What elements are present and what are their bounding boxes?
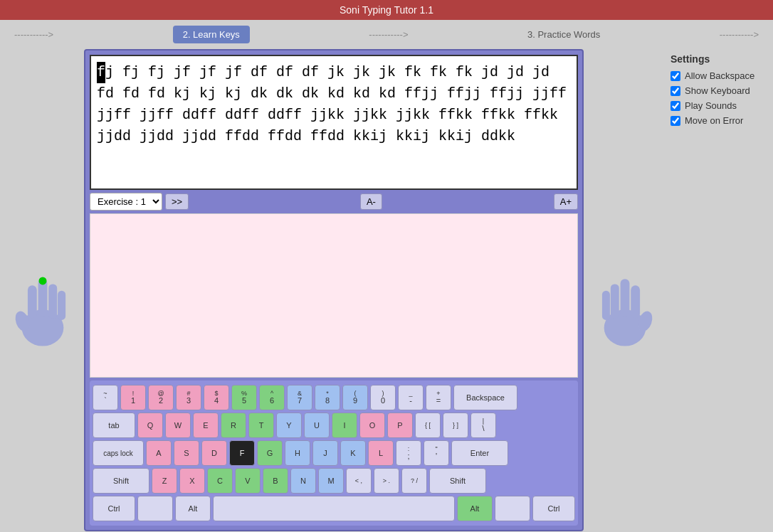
exercise-select[interactable]: Exercise : 1 (90, 193, 162, 211)
nav-arrow-3: -----------> (720, 29, 759, 40)
key-win-right[interactable] (495, 496, 530, 521)
key-rbracket[interactable]: } ] (443, 413, 468, 438)
key-d[interactable]: D (201, 440, 227, 466)
play-sounds-label: Play Sounds (685, 100, 737, 111)
exercise-bar: Exercise : 1 >> A- A+ (90, 193, 578, 211)
key-7[interactable]: &7 (287, 385, 312, 410)
key-tab[interactable]: tab (93, 413, 135, 438)
key-a[interactable]: A (146, 440, 172, 466)
key-quote[interactable]: "' (424, 440, 449, 466)
key-0[interactable]: )0 (370, 385, 396, 410)
key-1[interactable]: !1 (120, 385, 146, 410)
key-row-3: caps lock A S D F G H J K L :; "' Enter (93, 440, 575, 466)
font-decrease-button[interactable]: A- (360, 193, 382, 210)
key-q[interactable]: Q (137, 413, 163, 438)
key-9[interactable]: (9 (342, 385, 368, 410)
key-period[interactable]: > . (374, 468, 399, 494)
key-s[interactable]: S (174, 440, 199, 466)
key-space[interactable] (213, 496, 455, 521)
allow-backspace-label: Allow Backspace (685, 70, 754, 81)
key-comma[interactable]: < , (346, 468, 372, 494)
svg-rect-4 (48, 284, 57, 319)
svg-rect-10 (611, 284, 619, 319)
typing-input[interactable] (95, 218, 573, 373)
key-v[interactable]: V (235, 468, 261, 494)
show-keyboard-checkbox[interactable] (671, 86, 680, 96)
key-8[interactable]: *8 (315, 385, 340, 410)
nav-step-3[interactable]: 3. Practice Words (527, 29, 600, 40)
key-lbracket[interactable]: { [ (415, 413, 441, 438)
key-ctrl-right[interactable]: Ctrl (532, 496, 575, 521)
key-capslock[interactable]: caps lock (93, 440, 144, 466)
key-x[interactable]: X (179, 468, 205, 494)
move-on-error-checkbox[interactable] (671, 116, 680, 126)
key-backspace[interactable]: Backspace (453, 385, 517, 410)
app-title: Soni Typing Tutor 1.1 (340, 4, 433, 16)
key-f[interactable]: F (229, 440, 255, 466)
move-on-error-label: Move on Error (685, 115, 743, 126)
key-y[interactable]: Y (276, 413, 302, 438)
key-shift-right[interactable]: Shift (429, 468, 486, 494)
key-l[interactable]: L (368, 440, 394, 466)
key-alt-left[interactable]: Alt (175, 496, 211, 521)
nav-step-2[interactable]: 2. Learn Keys (173, 26, 250, 43)
left-hand (7, 92, 78, 531)
key-b[interactable]: B (263, 468, 288, 494)
key-n[interactable]: N (290, 468, 316, 494)
font-increase-button[interactable]: A+ (554, 193, 578, 210)
nav-arrow-2: -----------> (369, 29, 408, 40)
key-row-1: ~` !1 @2 #3 $4 %5 ^6 &7 *8 (9 )0 _- += B… (93, 385, 575, 410)
key-i[interactable]: I (332, 413, 357, 438)
key-3[interactable]: #3 (176, 385, 201, 410)
key-5[interactable]: %5 (231, 385, 257, 410)
key-e[interactable]: E (193, 413, 219, 438)
show-keyboard-label: Show Keyboard (685, 85, 750, 96)
allow-backspace-checkbox[interactable] (671, 71, 680, 81)
key-g[interactable]: G (257, 440, 283, 466)
text-content: j fj fj jf jf jf df df df jk jk jk fk fk… (97, 64, 567, 144)
key-w[interactable]: W (165, 413, 191, 438)
key-row-4: Shift Z X C V B N M < , > . ? / Shift (93, 468, 575, 494)
key-j[interactable]: J (312, 440, 338, 466)
key-r[interactable]: R (221, 413, 246, 438)
setting-allow-backspace: Allow Backspace (671, 70, 762, 81)
key-6[interactable]: ^6 (259, 385, 285, 410)
svg-rect-11 (621, 279, 630, 316)
key-u[interactable]: U (304, 413, 330, 438)
key-win-left[interactable] (137, 496, 173, 521)
play-sounds-checkbox[interactable] (671, 101, 680, 111)
key-c[interactable]: C (207, 468, 233, 494)
settings-panel: Settings Allow Backspace Show Keyboard P… (666, 49, 766, 531)
right-hand (589, 92, 661, 531)
key-backtick[interactable]: ~` (93, 385, 118, 410)
key-2[interactable]: @2 (148, 385, 174, 410)
key-h[interactable]: H (285, 440, 310, 466)
key-p[interactable]: P (387, 413, 413, 438)
key-enter[interactable]: Enter (451, 440, 508, 466)
setting-move-on-error: Move on Error (671, 115, 762, 126)
key-z[interactable]: Z (152, 468, 177, 494)
key-alt-right[interactable]: Alt (457, 496, 493, 521)
key-semicolon[interactable]: :; (396, 440, 421, 466)
key-backslash[interactable]: |\ (470, 413, 496, 438)
svg-rect-12 (631, 285, 640, 318)
key-m[interactable]: M (318, 468, 344, 494)
key-ctrl-left[interactable]: Ctrl (93, 496, 135, 521)
setting-play-sounds: Play Sounds (671, 100, 762, 111)
main-area: fj fj fj jf jf jf df df df jk jk jk fk f… (0, 49, 773, 531)
typing-area (90, 213, 578, 378)
nav-arrow-1: -----------> (14, 29, 53, 40)
left-hand-icon (11, 272, 75, 351)
key-minus[interactable]: _- (398, 385, 424, 410)
key-k[interactable]: K (340, 440, 366, 466)
key-o[interactable]: O (359, 413, 385, 438)
key-4[interactable]: $4 (204, 385, 229, 410)
key-shift-left[interactable]: Shift (93, 468, 149, 494)
setting-show-keyboard: Show Keyboard (671, 85, 762, 96)
title-bar: Soni Typing Tutor 1.1 (0, 0, 773, 20)
exercise-next-button[interactable]: >> (165, 193, 189, 210)
current-char: f (97, 62, 105, 83)
key-slash[interactable]: ? / (401, 468, 427, 494)
key-equals[interactable]: += (426, 385, 451, 410)
key-t[interactable]: T (248, 413, 274, 438)
